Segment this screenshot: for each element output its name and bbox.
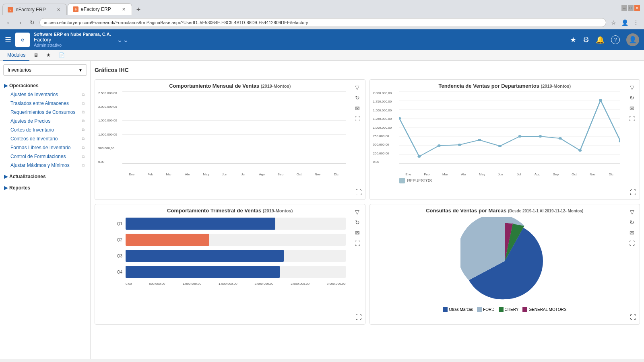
browser-actions: ☆ 👤 ⋮	[609, 18, 641, 27]
svg-point-17	[558, 137, 561, 140]
chart2-expand-button[interactable]: ⛶	[630, 189, 636, 196]
link-text: Ajustar Máximos y Mínimos	[10, 162, 70, 168]
chart-dept-trend: Tendencia de Ventas por Departamentos (2…	[369, 79, 640, 200]
refresh-icon[interactable]: ↻	[627, 93, 636, 102]
export-icon[interactable]: ⛶	[353, 114, 362, 123]
legend-color	[477, 307, 482, 312]
maximize-button[interactable]: □	[628, 5, 634, 11]
sidebar-link-ajustes-precios[interactable]: Ajustes de Precios ⧉	[4, 117, 86, 125]
sidebar-operaciones-links: Ajustes de Inventarios ⧉ Traslados entre…	[4, 90, 86, 170]
sub-nav: Módulos 🖥 ★ 📄	[0, 50, 644, 61]
legend-color	[499, 307, 504, 312]
export-icon[interactable]: ⛶	[627, 114, 636, 123]
sub-nav-docs[interactable]: 📄	[55, 50, 69, 60]
sidebar: Inventarios ▼ ▶ Operaciones Ajustes de I…	[0, 61, 91, 359]
email-icon[interactable]: ✉	[627, 104, 636, 113]
sidebar-link-control[interactable]: Control de Formulaciones ⧉	[4, 152, 86, 161]
sidebar-link-requerimientos[interactable]: Requerimientos de Consumos ⧉	[4, 108, 86, 117]
forward-button[interactable]: ›	[15, 18, 25, 27]
email-icon[interactable]: ✉	[353, 228, 362, 237]
y-label: 1.500.000,00	[98, 119, 117, 122]
chart2-legend: REPUESTOS	[399, 178, 637, 183]
sidebar-module-dropdown[interactable]: Inventarios ▼	[3, 64, 87, 76]
tab-1-close[interactable]: ✕	[55, 6, 62, 13]
bookmark-button[interactable]: ☆	[609, 18, 618, 27]
x-label-abr: Abr	[178, 173, 197, 176]
y-axis-labels: 2.000.000,00 1.750.000,00 1.500.000,00 1…	[373, 91, 392, 164]
sidebar-link-ajustar-max[interactable]: Ajustar Máximos y Mínimos ⧉	[4, 161, 86, 170]
chart3-x-labels: 0,00 500.000,00 1.000.000,00 1.500.000,0…	[126, 282, 346, 286]
header-right: ★ ⚙ 🔔 ? 👤	[570, 33, 639, 46]
sub-nav-monitor[interactable]: 🖥	[29, 50, 42, 60]
new-tab-button[interactable]: +	[133, 4, 144, 15]
menu-button[interactable]: ⋮	[631, 18, 641, 27]
url-input[interactable]	[39, 18, 606, 27]
chart3-plot-area: Q1 Q2	[114, 218, 346, 286]
sidebar-group-reportes[interactable]: ▶ Reportes	[4, 183, 86, 192]
svg-point-9	[399, 117, 401, 119]
chart2-title: Tendencia de Ventas por Departamentos (2…	[373, 83, 637, 89]
filter-icon[interactable]: ▽	[353, 208, 362, 216]
arrow-icon: ▶	[4, 185, 8, 191]
sub-nav-favorites[interactable]: ★	[42, 50, 55, 60]
x-label: 3.000.000,00	[327, 282, 346, 286]
svg-point-16	[539, 135, 542, 138]
export-icon[interactable]: ⛶	[353, 239, 362, 248]
filter-icon[interactable]: ▽	[353, 83, 362, 92]
sidebar-group-actualizaciones[interactable]: ▶ Actualizaciones	[4, 172, 86, 181]
header-dropdown-icon[interactable]: ⌄⌄	[117, 35, 129, 44]
chart4-title: Consultas de Ventas por Marcas (Desde 20…	[373, 208, 637, 214]
star-icon[interactable]: ★	[570, 35, 576, 44]
email-icon[interactable]: ✉	[627, 228, 636, 237]
sidebar-section: ▶ Operaciones Ajustes de Inventarios ⧉ T…	[0, 79, 90, 195]
app: ☰ e Software ERP en Nube Panama, C.A. Fa…	[0, 29, 644, 359]
gear-icon[interactable]: ⚙	[583, 35, 589, 44]
filter-icon[interactable]: ▽	[627, 83, 636, 92]
main-layout: Inventarios ▼ ▶ Operaciones Ajustes de I…	[0, 61, 644, 359]
q3-track	[126, 250, 346, 262]
filter-icon[interactable]: ▽	[627, 208, 636, 216]
chart1-actions: ▽ ↻ ✉ ⛶	[353, 83, 362, 123]
legend-label: FORD	[483, 307, 494, 312]
export-icon[interactable]: ⛶	[627, 239, 636, 248]
profile-button[interactable]: 👤	[620, 18, 630, 27]
tab-2-close[interactable]: ✕	[120, 6, 127, 12]
refresh-icon[interactable]: ↻	[627, 218, 636, 227]
sidebar-link-formas[interactable]: Formas Libres de Inventario ⧉	[4, 143, 86, 152]
svg-point-18	[578, 149, 582, 152]
tab-2-label: eFactory ERP	[81, 6, 111, 12]
x-label-dic: Dic	[327, 173, 345, 176]
help-icon[interactable]: ?	[611, 35, 620, 44]
x-label-oct: Oct	[290, 173, 308, 176]
bell-icon[interactable]: 🔔	[596, 35, 605, 44]
x-label-jul: Jul	[234, 173, 252, 176]
reload-button[interactable]: ↻	[27, 18, 37, 27]
q2-track	[126, 234, 346, 246]
q2-bar	[126, 234, 209, 246]
sub-nav-modules[interactable]: Módulos	[3, 50, 29, 61]
sidebar-link-ajustes-inv[interactable]: Ajustes de Inventarios ⧉	[4, 90, 86, 99]
tab-1[interactable]: e eFactory ERP ✕	[2, 4, 67, 15]
sidebar-link-traslados[interactable]: Traslados entre Almacenes ⧉	[4, 99, 86, 108]
tab-1-label: eFactory ERP	[16, 7, 46, 12]
user-avatar[interactable]: 👤	[626, 33, 639, 46]
chart3-expand-button[interactable]: ⛶	[355, 314, 362, 321]
chart1-expand-button[interactable]: ⛶	[355, 189, 362, 196]
x-label-feb: Feb	[141, 173, 159, 176]
minimize-button[interactable]: ─	[621, 5, 627, 11]
hamburger-menu[interactable]: ☰	[5, 35, 11, 44]
sidebar-link-conteos[interactable]: Conteos de Inventario ⧉	[4, 134, 86, 143]
close-button[interactable]: ✕	[634, 5, 640, 11]
hbar-q2: Q2	[114, 234, 346, 246]
svg-point-10	[417, 155, 421, 158]
chart3-actions: ▽ ↻ ✉ ⛶	[353, 208, 362, 248]
refresh-icon[interactable]: ↻	[353, 93, 362, 102]
sidebar-group-operaciones[interactable]: ▶ Operaciones	[4, 81, 86, 90]
back-button[interactable]: ‹	[3, 18, 13, 27]
chart4-expand-button[interactable]: ⛶	[630, 314, 636, 321]
refresh-icon[interactable]: ↻	[353, 218, 362, 227]
tab-2[interactable]: e eFactory ERP ✕	[68, 3, 132, 15]
x-label-may: May	[197, 173, 215, 176]
email-icon[interactable]: ✉	[353, 104, 362, 113]
sidebar-link-cortes[interactable]: Cortes de Inventario ⧉	[4, 125, 86, 134]
